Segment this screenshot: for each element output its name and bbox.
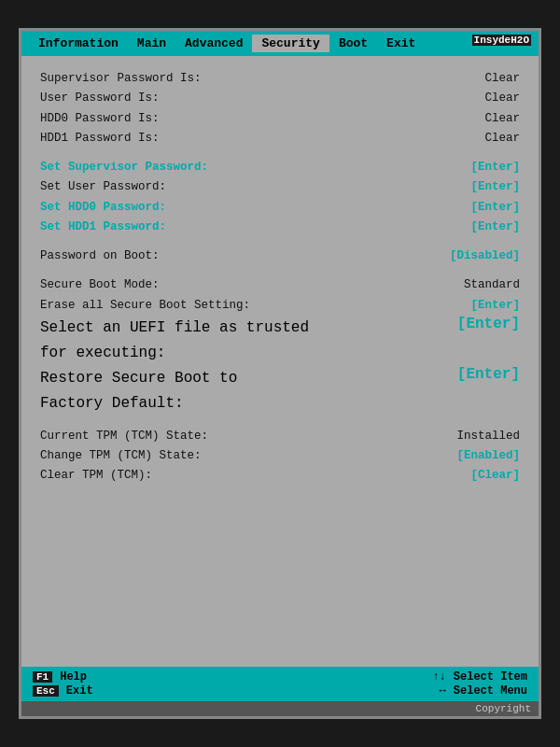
- set-user-label: Set User Password:: [40, 177, 427, 197]
- status-left: F1 Help Esc Exit: [33, 670, 93, 698]
- current-tpm-label: Current TPM (TCM) State:: [40, 427, 427, 446]
- copyright-label: Copyright: [476, 703, 531, 714]
- select-uefi-row[interactable]: Select an UEFI file as trusted for execu…: [40, 316, 520, 366]
- set-hdd1-label: Set HDD1 Password:: [40, 218, 427, 237]
- change-tpm-value: [Enabled]: [427, 446, 520, 466]
- clear-tpm-label: Clear TPM (TCM):: [40, 466, 427, 486]
- select-item-label: Select Item: [454, 670, 527, 684]
- brand-label: InsydeH2O: [472, 35, 531, 46]
- bios-screen: InsydeH2O Information Main Advanced Secu…: [19, 28, 541, 719]
- erase-secure-boot-value: [Enter]: [427, 296, 520, 316]
- erase-secure-boot-row[interactable]: Erase all Secure Boot Setting: [Enter]: [40, 296, 520, 316]
- user-password-value: Clear: [427, 89, 520, 108]
- restore-secure-boot-value: [Enter]: [427, 366, 520, 383]
- copyright-bar: Copyright: [21, 701, 539, 716]
- user-password-label: User Password Is:: [40, 89, 427, 108]
- supervisor-password-row: Supervisor Password Is: Clear: [40, 69, 520, 89]
- supervisor-password-value: Clear: [427, 69, 520, 89]
- clear-tpm-value: [Clear]: [427, 466, 520, 486]
- password-on-boot-row[interactable]: Password on Boot: [Disabled]: [40, 247, 520, 266]
- change-tpm-row[interactable]: Change TPM (TCM) State: [Enabled]: [40, 446, 520, 466]
- content-area: Supervisor Password Is: Clear User Passw…: [21, 56, 539, 667]
- menu-security[interactable]: Security: [252, 35, 329, 52]
- user-password-row: User Password Is: Clear: [40, 89, 520, 108]
- menu-bar: Information Main Advanced Security Boot …: [21, 31, 539, 56]
- select-item-row: ↑↓ Select Item: [432, 670, 527, 684]
- erase-secure-boot-label: Erase all Secure Boot Setting:: [40, 296, 427, 316]
- supervisor-password-label: Supervisor Password Is:: [40, 69, 427, 89]
- set-supervisor-row[interactable]: Set Supervisor Password: [Enter]: [40, 158, 520, 177]
- select-uefi-value: [Enter]: [427, 316, 520, 332]
- hdd0-password-row: HDD0 Password Is: Clear: [40, 109, 520, 129]
- menu-exit[interactable]: Exit: [377, 35, 425, 52]
- password-on-boot-label: Password on Boot:: [40, 247, 427, 266]
- f1-help-row: F1 Help: [33, 670, 93, 684]
- status-right: ↑↓ Select Item ↔ Select Menu: [432, 670, 527, 698]
- set-supervisor-value: [Enter]: [427, 158, 520, 177]
- hdd0-password-value: Clear: [427, 109, 520, 129]
- current-tpm-row: Current TPM (TCM) State: Installed: [40, 427, 520, 446]
- set-hdd0-label: Set HDD0 Password:: [40, 198, 427, 218]
- updown-arrow: ↑↓: [432, 670, 445, 684]
- leftright-arrow: ↔: [440, 684, 446, 698]
- hdd1-password-row: HDD1 Password Is: Clear: [40, 129, 520, 148]
- menu-main[interactable]: Main: [128, 35, 175, 52]
- password-on-boot-value: [Disabled]: [427, 247, 520, 266]
- current-tpm-value: Installed: [427, 427, 520, 446]
- restore-secure-boot-label: Restore Secure Boot to Factory Default:: [40, 366, 237, 416]
- status-bar: F1 Help Esc Exit ↑↓ Select Item ↔ Select…: [21, 667, 539, 701]
- menu-information[interactable]: Information: [29, 35, 128, 52]
- set-hdd0-value: [Enter]: [427, 198, 520, 218]
- set-user-row[interactable]: Set User Password: [Enter]: [40, 177, 520, 197]
- change-tpm-label: Change TPM (TCM) State:: [40, 446, 427, 466]
- set-hdd0-row[interactable]: Set HDD0 Password: [Enter]: [40, 198, 520, 218]
- restore-secure-boot-row[interactable]: Restore Secure Boot to Factory Default: …: [40, 366, 520, 416]
- set-supervisor-label: Set Supervisor Password:: [40, 158, 427, 177]
- f1-key: F1: [33, 671, 52, 683]
- hdd1-password-value: Clear: [427, 129, 520, 148]
- f1-label: Help: [60, 670, 87, 684]
- select-uefi-label: Select an UEFI file as trusted for execu…: [40, 316, 309, 366]
- select-menu-label: Select Menu: [454, 684, 527, 698]
- menu-advanced[interactable]: Advanced: [175, 35, 252, 52]
- select-menu-row: ↔ Select Menu: [440, 684, 527, 698]
- esc-label: Exit: [66, 684, 93, 698]
- hdd0-password-label: HDD0 Password Is:: [40, 109, 427, 129]
- set-user-value: [Enter]: [427, 177, 520, 197]
- secure-boot-mode-row: Secure Boot Mode: Standard: [40, 275, 520, 295]
- secure-boot-mode-label: Secure Boot Mode:: [40, 275, 427, 295]
- set-hdd1-value: [Enter]: [427, 218, 520, 237]
- esc-key: Esc: [33, 685, 59, 697]
- secure-boot-mode-value: Standard: [427, 275, 520, 295]
- menu-boot[interactable]: Boot: [329, 35, 377, 52]
- clear-tpm-row[interactable]: Clear TPM (TCM): [Clear]: [40, 466, 520, 486]
- set-hdd1-row[interactable]: Set HDD1 Password: [Enter]: [40, 218, 520, 237]
- esc-exit-row: Esc Exit: [33, 684, 93, 698]
- hdd1-password-label: HDD1 Password Is:: [40, 129, 427, 148]
